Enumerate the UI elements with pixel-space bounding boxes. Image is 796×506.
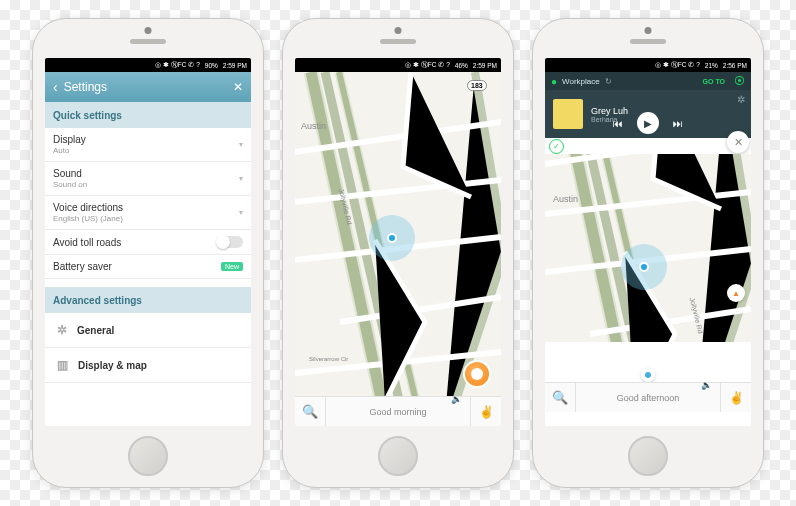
screen-settings: ◎ ✱ ⓃFC ✆ ? 90% 2:59 PM ‹ Settings ✕ Qui… (45, 58, 251, 426)
home-button[interactable] (628, 436, 668, 476)
location-dot (387, 233, 397, 243)
bottom-bar: 🔍 Good afternoon 🔈 ✌ (545, 382, 751, 412)
sound-sub: Sound on (53, 180, 239, 189)
svg-rect-2 (545, 154, 751, 342)
row-general[interactable]: ✲ General (45, 313, 251, 348)
camera-dot (145, 27, 152, 34)
toll-toggle[interactable] (217, 236, 243, 248)
recenter-button[interactable] (641, 368, 655, 382)
carpool-button[interactable]: ✌ (471, 405, 501, 419)
play-button[interactable]: ▶ (637, 112, 659, 134)
screen-map: ◎ ✱ ⓃFC ✆ ? 46% 2:59 PM Austin 183 Jolly… (295, 58, 501, 426)
playback-controls: ⏮ ▶ ⏭ (613, 112, 683, 134)
camera-dot (645, 27, 652, 34)
row-display-map[interactable]: ▥ Display & map (45, 348, 251, 383)
phone-map-music: ◎ ✱ ⓃFC ✆ ? 21% 2:56 PM ● Workplace ↻ GO… (532, 18, 764, 488)
screen-map-music: ◎ ✱ ⓃFC ✆ ? 21% 2:56 PM ● Workplace ↻ GO… (545, 58, 751, 426)
person-icon: ✌ (729, 391, 744, 405)
check-icon[interactable]: ✓ (549, 139, 564, 154)
chevron-down-icon: ▾ (239, 140, 243, 149)
earpiece (380, 39, 416, 44)
close-music-button[interactable]: ✕ (727, 131, 749, 153)
goto-button[interactable]: GO TO (703, 78, 725, 85)
row-sound[interactable]: SoundSound on ▾ (45, 162, 251, 196)
status-bar: ◎ ✱ ⓃFC ✆ ? 21% 2:56 PM (545, 58, 751, 72)
chevron-down-icon: ▾ (239, 208, 243, 217)
city-label: Austin (553, 194, 578, 204)
phone-settings: ◎ ✱ ⓃFC ✆ ? 90% 2:59 PM ‹ Settings ✕ Qui… (32, 18, 264, 488)
carpool-button[interactable]: ✌ (721, 391, 751, 405)
album-art (553, 99, 583, 129)
search-button[interactable]: 🔍 (295, 404, 325, 419)
bottom-bar: 🔍 Good morning 🔈 ✌ (295, 396, 501, 426)
quick-settings-header: Quick settings (45, 102, 251, 128)
display-label: Display (53, 134, 239, 145)
battery-pct: 90% (205, 62, 218, 69)
general-label: General (77, 325, 114, 336)
advanced-settings-header: Advanced settings (45, 287, 251, 313)
status-time: 2:56 PM (723, 62, 747, 69)
earpiece (130, 39, 166, 44)
speech-icon (471, 368, 483, 380)
music-subbar: ✓ ✕ (545, 138, 751, 154)
status-bar: ◎ ✱ ⓃFC ✆ ? 46% 2:59 PM (295, 58, 501, 72)
status-time: 2:59 PM (473, 62, 497, 69)
road-label-2: Silverarrow Cir (309, 356, 348, 362)
camera-dot (395, 27, 402, 34)
location-dot (639, 262, 649, 272)
battery-pct: 46% (455, 62, 468, 69)
spotify-logo-icon: ⦿ (734, 75, 745, 87)
voice-label: Voice directions (53, 202, 239, 213)
spotify-icon: ● (551, 76, 557, 87)
report-button[interactable] (463, 360, 491, 388)
row-battery-saver[interactable]: Battery saver New (45, 255, 251, 279)
back-icon[interactable]: ‹ (53, 79, 58, 95)
gear-icon: ✲ (57, 323, 67, 337)
search-button[interactable]: 🔍 (545, 390, 575, 405)
battery-label: Battery saver (53, 261, 221, 272)
search-icon: 🔍 (552, 390, 568, 405)
status-bar: ◎ ✱ ⓃFC ✆ ? 90% 2:59 PM (45, 58, 251, 72)
home-button[interactable] (128, 436, 168, 476)
gear-icon[interactable]: ✲ (737, 94, 745, 105)
city-label: Austin (301, 121, 326, 131)
search-icon: 🔍 (302, 404, 318, 419)
earpiece (630, 39, 666, 44)
new-badge: New (221, 262, 243, 271)
home-button[interactable] (378, 436, 418, 476)
toll-label: Avoid toll roads (53, 237, 217, 248)
next-button[interactable]: ⏭ (673, 118, 683, 129)
map-icon: ▥ (57, 358, 68, 372)
mute-icon[interactable]: 🔈 (701, 380, 721, 390)
phone-map-morning: ◎ ✱ ⓃFC ✆ ? 46% 2:59 PM Austin 183 Jolly… (282, 18, 514, 488)
status-icons: ◎ ✱ ⓃFC ✆ ? (655, 61, 700, 70)
settings-header: ‹ Settings ✕ (45, 72, 251, 102)
display-map-label: Display & map (78, 360, 147, 371)
toggle-knob (216, 235, 230, 249)
person-icon: ✌ (479, 405, 494, 419)
status-icons: ◎ ✱ ⓃFC ✆ ? (405, 61, 450, 70)
prev-button[interactable]: ⏮ (613, 118, 623, 129)
voice-sub: English (US) (Jane) (53, 214, 239, 223)
greeting-banner[interactable]: Good morning (325, 397, 471, 426)
battery-pct: 21% (705, 62, 718, 69)
row-toll[interactable]: Avoid toll roads (45, 230, 251, 255)
music-panel: Grey Luh Berhana ✲ ⏮ ▶ ⏭ (545, 90, 751, 138)
status-icons: ◎ ✱ ⓃFC ✆ ? (155, 61, 200, 70)
compass-button[interactable]: ▲ (727, 284, 745, 302)
sound-label: Sound (53, 168, 239, 179)
chevron-down-icon: ▾ (239, 174, 243, 183)
route-badge: 183 (467, 80, 487, 91)
row-display[interactable]: DisplayAuto ▾ (45, 128, 251, 162)
close-icon[interactable]: ✕ (233, 80, 243, 94)
row-voice[interactable]: Voice directionsEnglish (US) (Jane) ▾ (45, 196, 251, 230)
status-time: 2:59 PM (223, 62, 247, 69)
display-sub: Auto (53, 146, 239, 155)
greeting-banner[interactable]: Good afternoon (575, 383, 721, 412)
spotify-bar[interactable]: ● Workplace ↻ GO TO ⦿ (545, 72, 751, 90)
mute-icon[interactable]: 🔈 (451, 394, 471, 404)
spotify-context: Workplace (562, 77, 600, 86)
refresh-icon: ↻ (605, 77, 612, 86)
header-title: Settings (64, 80, 233, 94)
